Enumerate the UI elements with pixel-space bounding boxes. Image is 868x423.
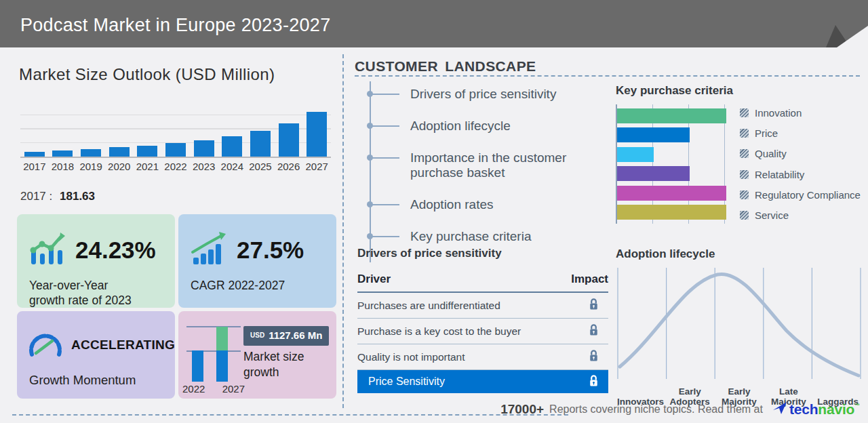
market-size-chart: 2017201820192020202120222023202420252026… [20,102,331,175]
cagr-caption: CAGR 2022-2027 [178,268,336,293]
column-divider [342,54,344,408]
bar-slot-2021 [134,102,162,157]
lock-icon [589,349,599,365]
base-year-label: 2017 [20,190,46,203]
footer-message: Reports covering niche topics. Read them… [549,403,763,416]
impact-column-header: Impact [571,273,608,286]
kpc-bar-regulatory-compliance [617,186,726,201]
price-sensitivity-highlight-row: Price Sensitivity [357,370,608,393]
kpc-bar-relatability [617,166,690,181]
x-tick-2018: 2018 [49,161,77,172]
legend-item-innovation: Innovation [740,107,861,119]
x-tick-2019: 2019 [77,161,105,172]
bar-slot-2025 [246,102,275,157]
x-tick-2026: 2026 [275,161,303,172]
footer-divider [12,414,568,416]
market-size-outlook-title: Market Size Outlook (USD Million) [19,65,275,84]
bar-slot-2019 [77,102,105,157]
legend-label: Relatability [755,169,804,180]
footer: 17000+ Reports covering niche topics. Re… [500,401,860,418]
page-curl [837,26,868,47]
kpc-bar-price [617,127,690,142]
legend-hatch-swatch [740,108,749,117]
bar-2024 [222,136,242,157]
legend-item-price: Price [740,127,861,139]
price-sensitivity-title: Drivers of price sensitivity [357,247,608,260]
logo-text-tech: tech [789,401,818,417]
customer-landscape-rule [355,75,860,77]
mini-chart-topline [186,326,241,327]
legend-hatch-swatch [740,129,749,138]
bar-slot-2022 [161,102,190,157]
bar-2025 [250,131,271,157]
legend-label: Regulatory Compliance [755,189,861,201]
key-purchase-criteria-chart [616,104,725,224]
landscape-item-4: Adoption rates [371,197,614,213]
legend-item-service: Service [740,209,861,221]
bell-curve [616,265,863,379]
cagr-card: 27.5% CAGR 2022-2027 [178,214,336,308]
highlight-row-label: Price Sensitivity [368,376,445,388]
legend-hatch-swatch [740,170,749,179]
customer-landscape-title: CUSTOMER LANDSCAPE [355,58,536,75]
bar-slot-2020 [105,102,134,157]
drivers-table-body: Purchases are undifferentiatedPurchase i… [357,293,608,370]
bar-slot-2024 [218,102,246,157]
market-size-chart-x-axis: 2017201820192020202120222023202420252026… [20,161,331,172]
driver-row-2: Purchase is a key cost to the buyer [357,319,608,344]
bar-slot-2018 [49,102,77,157]
growth-arrow-icon [191,232,229,268]
base-year-value: 181.63 [60,190,95,203]
bar-slot-2023 [190,102,218,157]
key-purchase-criteria-title: Key purchase criteria [616,84,861,98]
yoy-growth-caption: Year-over-Year growth rate of 2023 [17,268,175,308]
x-tick-2023: 2023 [190,161,218,172]
driver-row-1: Purchases are undifferentiated [357,293,608,319]
x-tick-2017: 2017 [20,161,49,172]
growth-caption: Market size growth [243,349,304,380]
bar-2020 [109,147,130,157]
legend-hatch-swatch [740,149,749,158]
page-title: Podcast Market in Europe 2023-2027 [20,15,330,36]
header-banner: Podcast Market in Europe 2023-2027 [0,0,868,47]
technavio-logo[interactable]: technavio™ [772,401,860,418]
bar-slot-2026 [275,102,303,157]
adoption-lifecycle-panel: Adoption lifecycle InnovatorsEarly Adopt… [616,247,863,409]
bar-2023 [194,140,214,157]
bar-slot-2027 [302,102,331,157]
bar-trend-icon [29,232,67,268]
mini-bar-2027-base [216,350,228,382]
badge-value: 1127.66 Mn [269,329,322,341]
x-tick-2024: 2024 [218,161,246,172]
base-year-note: 2017 : 181.63 [20,190,95,203]
legend-label: Price [755,127,778,139]
price-sensitivity-panel: Drivers of price sensitivity Driver Impa… [357,247,608,393]
driver-row-3: Quality is not important [357,344,608,370]
customer-landscape-list: Drivers of price sensitivityAdoption lif… [370,81,614,262]
growth-momentum-card: ACCELERATING Growth Momentum [17,311,175,399]
bar-2026 [279,123,299,157]
market-size-growth-card: 2022 2027 USD1127.66 Mn Market size grow… [178,311,336,399]
logo-text-navio: navio [818,401,854,417]
drivers-table-header: Driver Impact [357,273,608,293]
badge-currency: USD [250,331,264,339]
driver-row-label: Purchase is a key cost to the buyer [357,325,521,338]
mini-chart-year-labels: 2022 2027 [182,383,245,395]
bar-2018 [52,150,73,157]
momentum-value: ACCELERATING [71,338,175,352]
legend-item-regulatory-compliance: Regulatory Compliance [740,189,861,201]
driver-column-header: Driver [357,273,391,286]
driver-row-label: Quality is not important [357,351,465,363]
x-tick-2020: 2020 [105,161,134,172]
adoption-lifecycle-title: Adoption lifecycle [616,247,863,261]
base-year-separator: : [50,190,53,203]
adoption-lifecycle-chart [616,265,863,379]
landscape-item-1: Drivers of price sensitivity [371,87,614,102]
legend-hatch-swatch [740,211,749,220]
key-purchase-criteria-legend: InnovationPriceQualityRelatabilityRegula… [740,104,861,224]
bar-2019 [81,149,101,157]
growth-mini-chart [186,326,241,382]
landscape-item-5: Key purchase criteria [371,229,614,245]
lock-icon [589,374,599,390]
yoy-growth-card: 24.23% Year-over-Year growth rate of 202… [17,214,175,308]
